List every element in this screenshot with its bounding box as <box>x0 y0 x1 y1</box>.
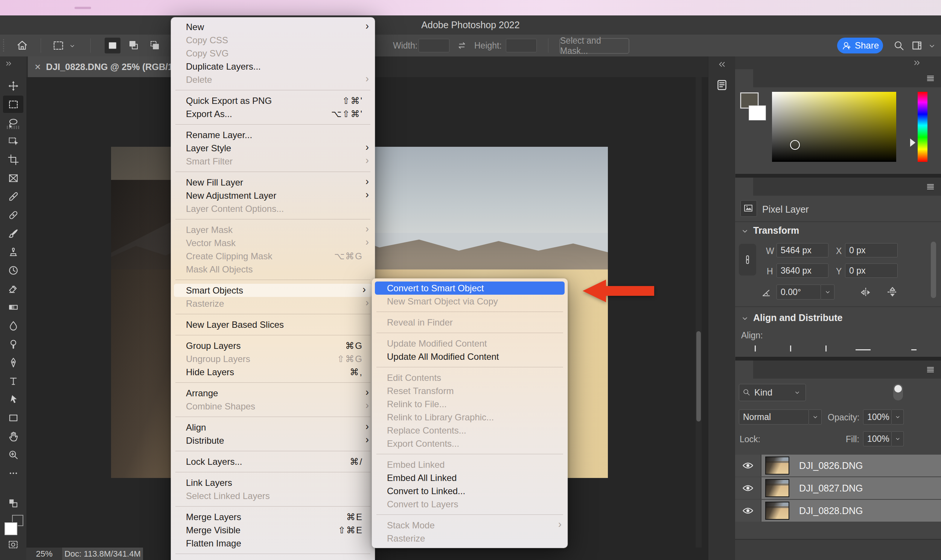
edit-toolbar-button[interactable] <box>3 465 23 482</box>
search-icon[interactable] <box>893 40 905 52</box>
home-icon[interactable] <box>16 39 29 52</box>
menu-item[interactable]: Link Layers <box>171 476 375 489</box>
options-bar-grip[interactable] <box>3 39 4 52</box>
filter-adjustment-icon[interactable] <box>826 386 838 398</box>
lasso-tool[interactable] <box>3 114 23 131</box>
menu-item[interactable]: New Layer Based Slices <box>171 318 375 331</box>
menu-item[interactable]: Convert to Smart Object <box>375 282 564 295</box>
transform-header[interactable]: Transform <box>753 225 799 236</box>
menu-item[interactable]: Arrange › <box>171 386 375 400</box>
panel-menu-icon[interactable] <box>925 364 936 375</box>
layer-thumbnail[interactable] <box>765 457 789 475</box>
document-tab[interactable]: × DJI_0828.DNG @ 25% (RGB/16 <box>28 57 171 77</box>
filter-smart-object-icon[interactable] <box>876 386 888 398</box>
width-field[interactable]: 5464 px <box>776 243 829 257</box>
collapsed-panel-icon[interactable] <box>715 76 729 94</box>
lock-position-icon[interactable] <box>793 433 803 443</box>
vertical-scrollbar[interactable] <box>696 77 702 548</box>
menu-bar-item[interactable] <box>91 7 108 9</box>
align-distribute-header[interactable]: Align and Distribute <box>753 312 843 323</box>
menu-item[interactable]: New Adjustment Layer › <box>171 189 375 202</box>
collapse-toolbar-icon[interactable] <box>5 60 13 68</box>
visibility-cell[interactable] <box>735 477 761 499</box>
menu-bar-item[interactable] <box>58 7 75 9</box>
hue-slider[interactable] <box>918 92 927 162</box>
menu-item[interactable]: Convert to Linked... <box>372 485 567 497</box>
chevron-down-icon[interactable] <box>927 42 936 51</box>
color-cursor[interactable] <box>790 140 800 150</box>
menu-item[interactable]: Embed All Linked <box>372 471 567 485</box>
layer-thumbnail[interactable] <box>765 479 789 497</box>
add-to-selection-icon[interactable] <box>128 40 139 51</box>
path-selection-tool[interactable] <box>3 391 23 408</box>
menu-item[interactable]: Hide Layers ⌘, <box>171 365 375 378</box>
hand-tool[interactable] <box>3 428 23 445</box>
opacity-field[interactable]: 100% <box>863 409 892 425</box>
menu-item[interactable]: Merge Layers ⌘E <box>171 510 375 523</box>
width-input[interactable] <box>418 39 449 52</box>
lock-pixels-icon[interactable] <box>778 433 788 443</box>
menu-item[interactable]: Flatten Image <box>171 537 375 550</box>
tool-preset-marquee-icon[interactable] <box>52 39 65 52</box>
menu-bar-item[interactable] <box>108 7 124 9</box>
menu-bar-item[interactable] <box>25 7 42 9</box>
menu-item[interactable]: Update All Modified Content <box>372 350 567 363</box>
y-field[interactable]: 0 px <box>845 263 898 278</box>
menu-item[interactable]: Export As... ⌥⇧⌘' <box>171 107 375 120</box>
type-tool[interactable] <box>3 372 23 389</box>
menu-item[interactable]: New › <box>171 20 375 34</box>
align-left-icon[interactable] <box>755 346 756 351</box>
blend-mode-chevron[interactable] <box>809 409 822 425</box>
menu-bar-item[interactable] <box>207 7 224 9</box>
panel-tab[interactable] <box>789 69 807 87</box>
menu-bar-item[interactable] <box>141 7 157 9</box>
menu-item[interactable]: Quick Export as PNG ⇧⌘' <box>171 94 375 107</box>
flip-horizontal-icon[interactable] <box>860 286 872 299</box>
menu-bar-item[interactable] <box>157 7 174 9</box>
vertical-scrollbar-thumb[interactable] <box>697 331 701 422</box>
crop-tool[interactable] <box>3 151 23 168</box>
panel-scrollbar-thumb[interactable] <box>931 242 936 298</box>
layer-style-button[interactable] <box>816 544 829 556</box>
link-layers-button[interactable] <box>795 544 807 556</box>
eyedropper-tool[interactable] <box>3 188 23 205</box>
new-layer-button[interactable] <box>901 544 913 556</box>
layer-row-dji-0826[interactable]: DJI_0826.DNG <box>735 455 941 477</box>
panel-tab[interactable] <box>753 178 771 196</box>
align-center-icon[interactable] <box>790 346 791 351</box>
lock-artboard-icon[interactable] <box>809 433 819 443</box>
filter-shape-icon[interactable] <box>860 386 871 398</box>
swap-dimensions-icon[interactable] <box>456 40 467 51</box>
menu-bar-item[interactable] <box>8 7 25 9</box>
menu-item[interactable]: Align › <box>171 421 375 434</box>
panel-tab[interactable] <box>753 360 771 378</box>
align-middle-icon[interactable] <box>911 349 916 350</box>
visibility-cell[interactable] <box>735 500 761 522</box>
brush-tool[interactable] <box>3 225 23 242</box>
align-right-icon[interactable] <box>826 346 827 351</box>
frame-tool[interactable] <box>3 169 23 187</box>
angle-dropdown[interactable] <box>821 285 835 300</box>
x-field[interactable]: 0 px <box>845 243 898 257</box>
object-selection-tool[interactable] <box>3 132 23 150</box>
panel-tab[interactable] <box>735 178 753 196</box>
menu-item[interactable]: Duplicate Layers... <box>171 60 375 73</box>
blend-mode-dropdown[interactable]: Normal <box>739 409 809 425</box>
zoom-tool[interactable] <box>3 446 23 463</box>
flip-vertical-icon[interactable] <box>886 285 899 299</box>
collapse-panels-icon[interactable] <box>912 58 921 68</box>
visibility-cell[interactable] <box>735 455 761 477</box>
menu-item[interactable]: Rename Layer... <box>171 128 375 142</box>
kind-filter-dropdown[interactable]: Kind <box>739 384 806 401</box>
panel-tab[interactable] <box>753 69 771 87</box>
default-colors-icon[interactable] <box>8 497 19 509</box>
menu-item[interactable]: Matting <box>171 558 375 560</box>
panel-menu-icon[interactable] <box>925 73 936 83</box>
close-tab-icon[interactable]: × <box>35 61 41 73</box>
angle-field[interactable]: 0.00° <box>776 285 821 300</box>
menu-item[interactable]: Lock Layers... ⌘/ <box>171 455 375 468</box>
menu-item[interactable]: Smart Objects › <box>174 284 372 297</box>
menu-bar-item[interactable] <box>191 7 207 9</box>
filter-toggle[interactable] <box>893 384 903 400</box>
dodge-tool[interactable] <box>3 335 23 352</box>
